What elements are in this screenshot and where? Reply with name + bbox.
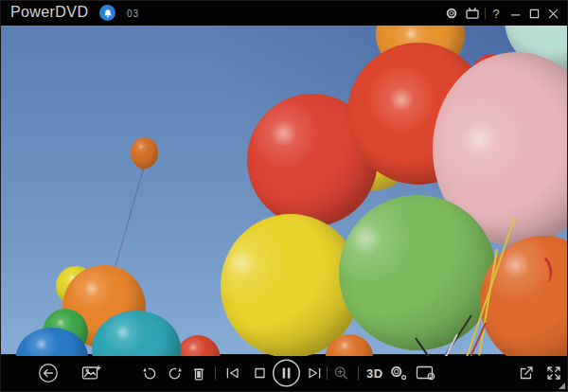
next-icon — [306, 366, 323, 381]
tv-mode-button[interactable] — [462, 1, 483, 26]
delete-button[interactable] — [191, 365, 206, 382]
gears-icon — [389, 365, 408, 382]
tv-icon — [465, 7, 480, 20]
previous-button[interactable] — [224, 366, 241, 381]
rotate-left-icon — [142, 365, 158, 381]
titlebar[interactable]: PowerDVD 03 ? — [1, 1, 567, 26]
minimize-button[interactable] — [506, 1, 524, 26]
powerdvd-window: PowerDVD 03 ? — [0, 0, 568, 392]
pop-out-button[interactable] — [518, 365, 535, 382]
maximize-button[interactable] — [525, 1, 542, 26]
close-icon — [548, 9, 559, 19]
gear-icon — [445, 7, 458, 20]
control-separator — [327, 366, 328, 380]
trash-icon — [191, 365, 206, 382]
stop-button[interactable] — [253, 366, 267, 381]
titlebar-separator — [485, 8, 486, 19]
previous-icon — [224, 366, 241, 381]
close-button[interactable] — [544, 1, 561, 26]
green-big-balloon — [339, 195, 496, 350]
media-counter: 03 — [127, 9, 139, 19]
pause-icon — [272, 359, 301, 388]
photo-icon — [81, 365, 101, 383]
floating-balloon — [131, 137, 158, 169]
playback-control-bar: 3D — [1, 354, 567, 391]
help-button[interactable]: ? — [488, 1, 504, 26]
stop-icon — [253, 366, 267, 381]
display-settings-button[interactable] — [416, 365, 437, 382]
control-separator — [358, 366, 359, 380]
maximize-icon — [529, 9, 540, 19]
pause-button[interactable] — [272, 359, 301, 388]
back-button[interactable] — [37, 362, 60, 384]
resize-grip[interactable] — [559, 383, 565, 389]
control-separator — [215, 366, 216, 380]
playback-settings-button[interactable] — [389, 365, 408, 382]
pop-out-icon — [518, 365, 535, 382]
next-button[interactable] — [306, 366, 323, 381]
back-arrow-icon — [37, 362, 60, 384]
screen-gear-icon — [416, 365, 437, 382]
notification-badge[interactable] — [99, 5, 115, 21]
fullscreen-button[interactable] — [545, 365, 562, 382]
rotate-right-button[interactable] — [167, 365, 183, 381]
settings-button[interactable] — [442, 1, 461, 26]
fullscreen-icon — [545, 365, 562, 382]
minimize-icon — [510, 9, 521, 19]
zoom-in-button[interactable] — [333, 365, 349, 382]
rotate-right-icon — [167, 365, 183, 381]
app-title: PowerDVD — [10, 4, 88, 21]
3d-mode-button[interactable]: 3D — [366, 366, 383, 381]
rotate-left-button[interactable] — [142, 365, 158, 381]
zoom-in-icon — [333, 365, 349, 382]
bell-icon — [103, 9, 113, 18]
photo-gallery-button[interactable] — [81, 365, 101, 383]
video-display[interactable] — [1, 26, 568, 356]
